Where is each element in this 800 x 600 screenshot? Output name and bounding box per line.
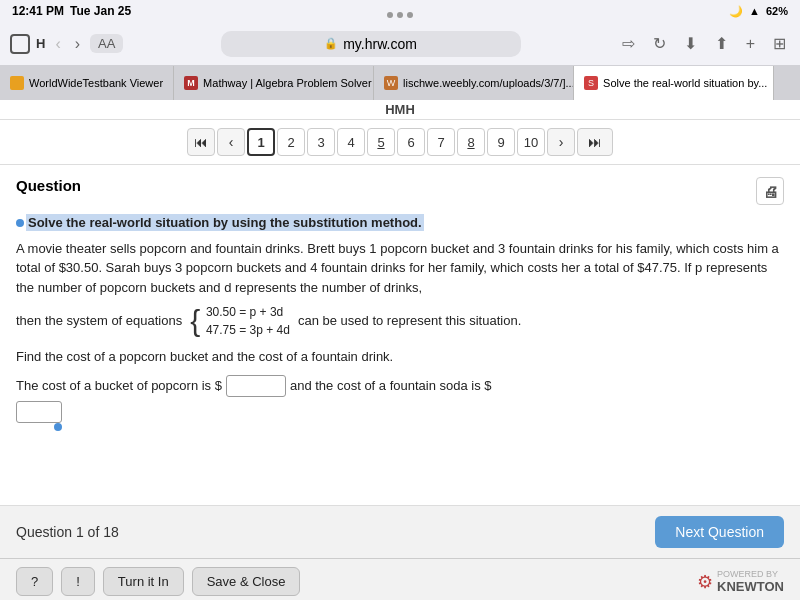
- battery: 62%: [766, 5, 788, 17]
- blue-dot: [16, 219, 24, 227]
- page-4-button[interactable]: 4: [337, 128, 365, 156]
- share-button[interactable]: ⇨: [618, 32, 639, 55]
- next-page-button[interactable]: ›: [547, 128, 575, 156]
- bottom-status-bar: Question 1 of 18 Next Question: [0, 505, 800, 558]
- tab-lischwe-label: lischwe.weebly.com/uploads/3/7/]...: [403, 77, 574, 89]
- first-page-button[interactable]: ⏮: [187, 128, 215, 156]
- save-close-button[interactable]: Save & Close: [192, 567, 301, 596]
- knewton-icon: ⚙: [697, 571, 713, 593]
- prev-page-button[interactable]: ‹: [217, 128, 245, 156]
- body-part2: then the system of equations: [16, 311, 182, 331]
- page-9-button[interactable]: 9: [487, 128, 515, 156]
- refresh-button[interactable]: ↻: [649, 32, 670, 55]
- next-question-button[interactable]: Next Question: [655, 516, 784, 548]
- tabs-button[interactable]: ⊞: [769, 32, 790, 55]
- browser-tabs: WorldWideTestbank Viewer M Mathway | Alg…: [0, 66, 800, 100]
- knewton-logo: ⚙ POWERED BY KNEWTON: [697, 570, 784, 594]
- lock-icon: 🔒: [324, 37, 338, 50]
- equation-2: 47.75 = 3p + 4d: [206, 321, 290, 339]
- mathway-favicon: M: [184, 76, 198, 90]
- bottom-action-bar: ? ! Turn it In Save & Close ⚙ POWERED BY…: [0, 558, 800, 600]
- tab-lischwe[interactable]: W lischwe.weebly.com/uploads/3/7/]...: [374, 66, 574, 100]
- answer-text-1: The cost of a bucket of popcorn is $: [16, 376, 222, 396]
- add-tab-button[interactable]: +: [742, 33, 759, 55]
- question-mark-button[interactable]: ?: [16, 567, 53, 596]
- page-3-button[interactable]: 3: [307, 128, 335, 156]
- tab-solve[interactable]: S Solve the real-world situation by...: [574, 66, 774, 100]
- page-5-button[interactable]: 5: [367, 128, 395, 156]
- url-text: my.hrw.com: [343, 36, 417, 52]
- window-icon[interactable]: [10, 34, 30, 54]
- download-button[interactable]: ⬇: [680, 32, 701, 55]
- pagination: ⏮ ‹ 1 2 3 4 5 6 7 8 9 10 › ⏭: [0, 120, 800, 165]
- question-body: Solve the real-world situation by using …: [16, 213, 784, 423]
- forward-button[interactable]: ›: [71, 33, 84, 55]
- hmh-label: HMH: [385, 102, 415, 117]
- equations-block: then the system of equations { 30.50 = p…: [16, 303, 784, 339]
- page-1-button[interactable]: 1: [247, 128, 275, 156]
- action-buttons-left: ? ! Turn it In Save & Close: [16, 567, 300, 596]
- main-content: Question 🖨 Solve the real-world situatio…: [0, 165, 800, 505]
- powered-by-text: POWERED BY: [717, 570, 784, 579]
- lischwe-favicon: W: [384, 76, 398, 90]
- upload-button[interactable]: ⬆: [711, 32, 732, 55]
- print-button[interactable]: 🖨: [756, 177, 784, 205]
- date: Tue Jan 25: [70, 4, 131, 18]
- equation-1: 30.50 = p + 3d: [206, 303, 290, 321]
- popcorn-cost-input[interactable]: [226, 375, 286, 397]
- hmh-header: HMH: [0, 100, 800, 120]
- last-page-button[interactable]: ⏭: [577, 128, 613, 156]
- question-counter: Question 1 of 18: [16, 524, 119, 540]
- tab-worldwidetestbank-label: WorldWideTestbank Viewer: [29, 77, 163, 89]
- page-6-button[interactable]: 6: [397, 128, 425, 156]
- time: 12:41 PM: [12, 4, 64, 18]
- worldwidetestbank-favicon: [10, 76, 24, 90]
- tab-mathway[interactable]: M Mathway | Algebra Problem Solver: [174, 66, 374, 100]
- back-button[interactable]: ‹: [51, 33, 64, 55]
- soda-cost-input[interactable]: [16, 401, 62, 423]
- knewton-name: KNEWTON: [717, 579, 784, 594]
- url-bar[interactable]: 🔒 my.hrw.com: [221, 31, 521, 57]
- answer-text-2: and the cost of a fountain soda is $: [290, 376, 492, 396]
- page-8-button[interactable]: 8: [457, 128, 485, 156]
- page-7-button[interactable]: 7: [427, 128, 455, 156]
- page-10-button[interactable]: 10: [517, 128, 545, 156]
- question-section-header: Question 🖨: [16, 177, 784, 205]
- answer-row-1: The cost of a bucket of popcorn is $ and…: [16, 375, 784, 397]
- moon-icon: 🌙: [729, 5, 743, 18]
- page-2-button[interactable]: 2: [277, 128, 305, 156]
- instruction-bold: Solve the real-world situation by using …: [26, 214, 424, 231]
- tab-mathway-label: Mathway | Algebra Problem Solver: [203, 77, 372, 89]
- left-brace: {: [190, 304, 200, 337]
- status-bar: 12:41 PM Tue Jan 25 🌙 ▲ 62%: [0, 0, 800, 22]
- browser-toolbar: H ‹ › AA 🔒 my.hrw.com ⇨ ↻ ⬇ ⬆ + ⊞: [0, 22, 800, 66]
- turn-in-button[interactable]: Turn it In: [103, 567, 184, 596]
- solve-favicon: S: [584, 76, 598, 90]
- answer-row-2: [16, 401, 784, 423]
- exclamation-button[interactable]: !: [61, 567, 95, 596]
- question-label: Question: [16, 177, 81, 194]
- input-blue-dot: [54, 423, 62, 431]
- body-part1: A movie theater sells popcorn and founta…: [16, 239, 784, 298]
- body-part3: can be used to represent this situation.: [298, 311, 521, 331]
- find-text: Find the cost of a popcorn bucket and th…: [16, 347, 784, 367]
- tab-worldwidetestbank[interactable]: WorldWideTestbank Viewer: [0, 66, 174, 100]
- wifi-icon: ▲: [749, 5, 760, 17]
- tab-solve-label: Solve the real-world situation by...: [603, 77, 767, 89]
- aa-button[interactable]: AA: [90, 34, 123, 53]
- tab-label: H: [36, 36, 45, 51]
